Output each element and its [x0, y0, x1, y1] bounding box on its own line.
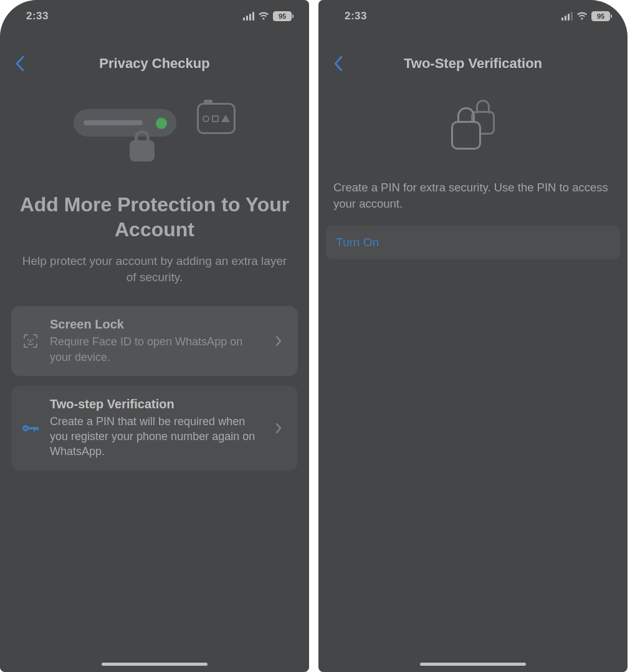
key-icon — [21, 423, 40, 434]
card-desc: Require Face ID to open WhatsApp on your… — [50, 334, 265, 365]
chevron-right-icon — [275, 423, 288, 433]
home-indicator[interactable] — [102, 663, 208, 666]
home-indicator[interactable] — [420, 663, 526, 666]
description-text: Create a PIN for extra security. Use the… — [318, 180, 628, 212]
wifi-icon — [258, 12, 269, 21]
nav-bar: Two-Step Verification — [318, 46, 628, 81]
svg-point-3 — [24, 427, 27, 430]
battery-level: 95 — [597, 12, 604, 20]
page-subtitle: Help protect your account by adding an e… — [0, 253, 309, 285]
lock-front-icon — [451, 107, 481, 152]
svg-point-1 — [32, 339, 34, 340]
cellular-icon — [561, 12, 573, 21]
card-title: Screen Lock — [50, 317, 265, 332]
chevron-left-icon — [333, 56, 343, 71]
battery-icon: 95 — [273, 11, 292, 21]
status-time: 2:33 — [345, 10, 367, 22]
turn-on-button[interactable]: Turn On — [326, 226, 620, 259]
indicator-dot-icon — [156, 118, 167, 129]
nav-bar: Privacy Checkup — [0, 46, 309, 81]
card-desc: Create a PIN that will be required when … — [50, 414, 265, 459]
card-two-step-verification[interactable]: Two-step Verification Create a PIN that … — [11, 386, 298, 471]
svg-point-0 — [27, 339, 29, 340]
card-title: Two-step Verification — [50, 397, 265, 411]
back-button[interactable] — [326, 51, 351, 76]
lock-icon — [130, 128, 155, 162]
back-button[interactable] — [7, 51, 32, 76]
chevron-left-icon — [15, 56, 25, 71]
chevron-right-icon — [275, 336, 288, 346]
hero-illustration — [0, 87, 309, 181]
status-indicators: 95 — [561, 11, 610, 21]
cellular-icon — [243, 12, 254, 21]
page-headline: Add More Protection to Your Account — [0, 192, 309, 242]
nav-title: Two-Step Verification — [404, 55, 542, 72]
status-bar: 2:33 95 — [0, 0, 309, 32]
face-id-icon — [21, 333, 40, 349]
status-bar: 2:33 95 — [318, 0, 628, 32]
battery-icon: 95 — [591, 11, 610, 21]
screen-privacy-checkup: 2:33 95 Privacy Checkup — [0, 0, 309, 672]
screen-two-step-verification: 2:33 95 Two-Step Verification Create a P… — [318, 0, 628, 672]
wifi-icon — [576, 12, 588, 21]
nav-title: Privacy Checkup — [99, 55, 209, 72]
padlock-illustration — [318, 100, 628, 168]
status-indicators: 95 — [243, 11, 292, 21]
battery-level: 95 — [279, 12, 286, 20]
turn-on-label: Turn On — [336, 236, 379, 249]
card-screen-lock[interactable]: Screen Lock Require Face ID to open What… — [11, 306, 298, 376]
camera-icon — [197, 103, 236, 134]
svg-rect-6 — [37, 427, 39, 431]
svg-rect-5 — [34, 427, 36, 431]
status-time: 2:33 — [26, 10, 49, 22]
